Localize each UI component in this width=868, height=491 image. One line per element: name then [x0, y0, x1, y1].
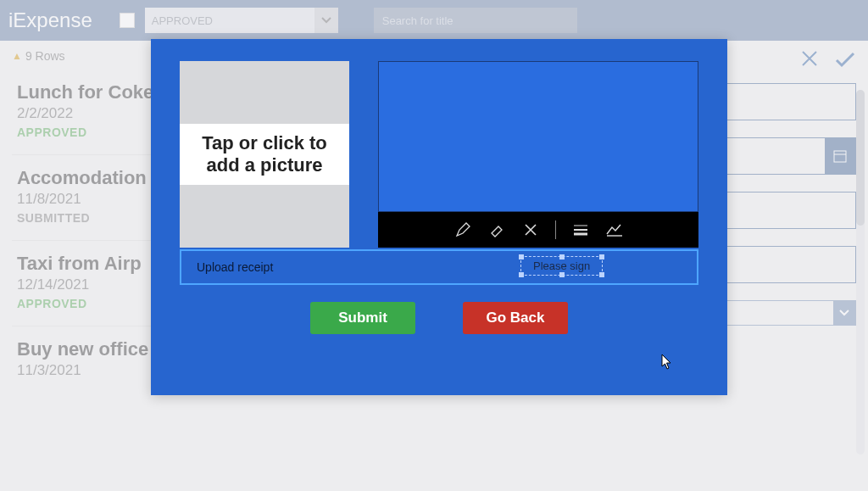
top-bar: iExpense APPROVED Search for title [0, 0, 868, 41]
filter-dropdown[interactable]: APPROVED [145, 8, 338, 33]
scrollbar[interactable] [856, 90, 865, 455]
app-title: iExpense [8, 8, 92, 32]
submit-button[interactable]: Submit [310, 302, 415, 334]
search-input[interactable]: Search for title [374, 8, 577, 33]
check-icon[interactable] [834, 49, 856, 73]
chevron-down-icon [833, 301, 855, 325]
sign-icon[interactable] [605, 220, 624, 239]
svg-rect-0 [834, 151, 846, 162]
close-icon[interactable] [800, 49, 819, 73]
warning-icon: ▲ [12, 50, 22, 62]
modal-button-row: Submit Go Back [180, 302, 698, 334]
signature-canvas[interactable] [378, 61, 698, 212]
scrollbar-thumb[interactable] [856, 90, 865, 226]
upload-receipt-label: Upload receipt [197, 260, 273, 274]
search-placeholder: Search for title [382, 14, 453, 27]
clear-icon[interactable] [521, 220, 540, 239]
signature-toolbar [378, 212, 698, 248]
please-sign-label[interactable]: Please sign [520, 256, 603, 276]
upload-modal: Tap or click to add a picture [151, 39, 727, 395]
labels-row: Upload receipt Please sign [180, 249, 698, 285]
chevron-down-icon [314, 8, 338, 33]
line-weight-icon[interactable] [571, 220, 590, 239]
toolbar-divider [555, 220, 556, 239]
filter-dropdown-value: APPROVED [152, 14, 213, 27]
signature-panel [378, 61, 698, 248]
approved-checkbox[interactable] [120, 13, 135, 28]
picture-upload-label: Tap or click to add a picture [180, 124, 349, 185]
calendar-icon[interactable] [825, 138, 855, 174]
go-back-button[interactable]: Go Back [463, 302, 568, 334]
eraser-icon[interactable] [487, 220, 506, 239]
picture-upload-box[interactable]: Tap or click to add a picture [180, 61, 349, 248]
pen-icon[interactable] [453, 220, 472, 239]
